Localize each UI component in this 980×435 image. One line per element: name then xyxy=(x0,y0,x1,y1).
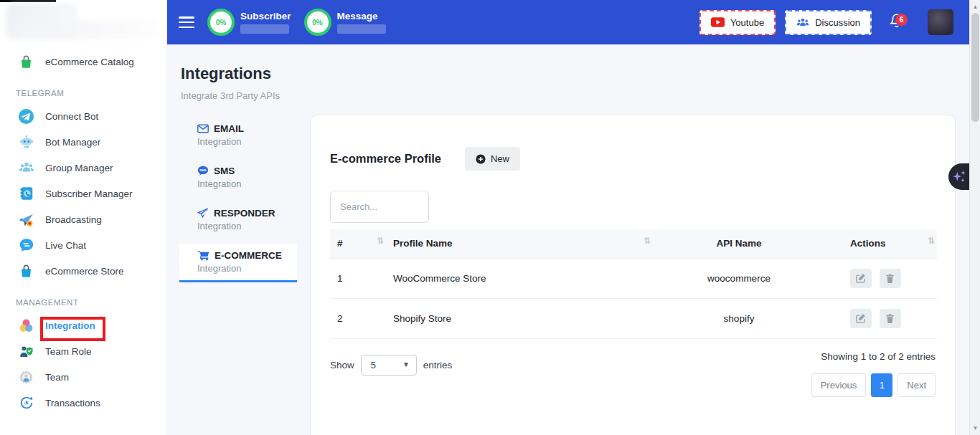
tab-subtitle: Integration xyxy=(197,136,297,147)
trash-icon xyxy=(885,313,895,323)
edit-button[interactable] xyxy=(850,309,872,328)
scrollbar[interactable]: ▲ ▼ xyxy=(969,0,980,435)
hamburger-menu-icon[interactable] xyxy=(179,16,194,28)
cell-index: 1 xyxy=(330,258,386,298)
delete-button[interactable] xyxy=(880,309,901,328)
trash-icon xyxy=(885,273,895,283)
sidebar-item-label: Bot Manager xyxy=(45,137,100,148)
scrollbar-thumb[interactable] xyxy=(971,13,979,122)
column-header-index[interactable]: # ⇅ xyxy=(330,229,386,258)
sort-icon[interactable]: ⇅ xyxy=(644,236,651,246)
sms-bubble-icon: SMS xyxy=(197,166,209,176)
telegram-icon xyxy=(18,108,34,125)
scroll-up-arrow[interactable]: ▲ xyxy=(970,1,980,12)
sidebar-item-team-role[interactable]: Team Role xyxy=(0,338,166,364)
ai-assistant-button[interactable] xyxy=(948,163,969,190)
cell-profile-name: WooCommerce Store xyxy=(386,258,653,298)
page-size-select[interactable]: 5 ▼ xyxy=(361,355,417,376)
tab-subtitle: Integration xyxy=(197,263,297,274)
sidebar-item-label: Subscriber Manager xyxy=(45,188,133,199)
sidebar-item-ecommerce-catalog[interactable]: eCommerce Catalog xyxy=(0,49,166,75)
column-header-api-name[interactable]: API Name xyxy=(653,229,825,258)
column-header-actions[interactable]: Actions ⇅ xyxy=(825,229,937,258)
ecommerce-profile-card: E-commerce Profile New # ⇅ xyxy=(310,115,956,435)
sidebar-item-label: Team xyxy=(45,372,69,383)
table-info-text: Showing 1 to 2 of 2 entries xyxy=(821,351,936,362)
edit-pencil-icon xyxy=(856,273,866,283)
page-subtitle: Integrate 3rd Party APIs xyxy=(181,90,280,101)
tab-subtitle: Integration xyxy=(197,178,297,189)
search-input[interactable] xyxy=(330,191,429,223)
shield-person-icon xyxy=(18,343,34,360)
integration-circles-icon xyxy=(18,317,34,334)
sidebar-item-team[interactable]: Team xyxy=(0,364,166,390)
discussion-button-label: Discussion xyxy=(815,17,860,28)
tab-title: RESPONDER xyxy=(214,208,275,219)
svg-text:SMS: SMS xyxy=(199,168,206,172)
sort-icon[interactable]: ⇅ xyxy=(377,236,384,246)
tab-responder-integration[interactable]: RESPONDER Integration xyxy=(179,202,297,238)
sidebar-item-transactions[interactable]: Transactions xyxy=(0,390,166,416)
new-profile-button[interactable]: New xyxy=(465,147,520,171)
tab-ecommerce-integration[interactable]: E-COMMERCE Integration xyxy=(179,244,297,282)
sidebar-item-connect-bot[interactable]: Connect Bot xyxy=(0,103,166,129)
sidebar-item-label: eCommerce Store xyxy=(45,266,124,277)
edit-button[interactable] xyxy=(850,269,872,288)
integration-subnav: EMAIL Integration SMS SMS Integration xyxy=(179,118,297,289)
sidebar-item-bot-manager[interactable]: Bot Manager xyxy=(0,129,166,155)
new-button-label: New xyxy=(491,153,509,164)
logo-blur xyxy=(0,0,166,44)
sidebar-item-live-chat[interactable]: Live Chat xyxy=(0,232,166,258)
sidebar-item-integration[interactable]: Integration xyxy=(0,312,166,338)
message-stat: 0% Message xyxy=(304,9,386,36)
delete-button[interactable] xyxy=(880,269,901,288)
panel-title: E-commerce Profile xyxy=(330,152,441,166)
message-stat-label: Message xyxy=(337,11,386,21)
sidebar-item-group-manager[interactable]: Group Manager xyxy=(0,155,166,181)
sidebar-item-label: Group Manager xyxy=(45,163,113,173)
page-1-button[interactable]: 1 xyxy=(871,373,892,397)
entries-label: entries xyxy=(423,360,453,371)
page-size-value: 5 xyxy=(371,360,376,371)
sidebar-item-broadcasting[interactable]: Broadcasting xyxy=(0,206,166,232)
youtube-button-label: Youtube xyxy=(730,17,764,28)
table-row: 2 Shopify Store shopify xyxy=(330,298,937,338)
youtube-button[interactable]: Youtube xyxy=(699,10,776,35)
sidebar-item-subscriber-manager[interactable]: Subscriber Manager xyxy=(0,181,166,206)
sidebar-item-label-active: Integration xyxy=(45,320,95,331)
envelope-icon xyxy=(197,124,209,133)
cell-api-name: woocommerce xyxy=(653,258,825,298)
sidebar-item-label: Broadcasting xyxy=(45,214,102,225)
sidebar-section-telegram: TELEGRAM xyxy=(0,75,166,103)
profiles-table: # ⇅ Profile Name ⇅ API Name Actions ⇅ xyxy=(330,229,937,339)
next-page-button[interactable]: Next xyxy=(897,373,936,397)
table-header-row: # ⇅ Profile Name ⇅ API Name Actions ⇅ xyxy=(330,229,937,258)
tab-sms-integration[interactable]: SMS SMS Integration xyxy=(179,160,297,196)
broadcast-icon xyxy=(18,211,34,228)
users-icon xyxy=(796,17,809,27)
notifications-button[interactable]: 6 xyxy=(889,12,905,32)
table-row: 1 WooCommerce Store woocommerce xyxy=(330,258,937,298)
main-content: Integrations Integrate 3rd Party APIs EM… xyxy=(167,44,969,435)
show-label: Show xyxy=(330,360,354,371)
cell-actions xyxy=(825,298,937,338)
column-header-profile-name[interactable]: Profile Name ⇅ xyxy=(386,229,653,258)
tab-email-integration[interactable]: EMAIL Integration xyxy=(179,118,297,153)
previous-page-button[interactable]: Previous xyxy=(811,373,867,397)
sort-icon[interactable]: ⇅ xyxy=(928,236,935,246)
sidebar-item-ecommerce-store[interactable]: eCommerce Store xyxy=(0,258,166,284)
scroll-down-arrow[interactable]: ▼ xyxy=(970,423,980,434)
history-clock-icon xyxy=(18,395,34,411)
message-progress-ring: 0% xyxy=(304,9,331,36)
edit-pencil-icon xyxy=(856,313,866,323)
avatar[interactable] xyxy=(928,9,953,35)
logo-topline xyxy=(0,0,56,2)
sidebar-item-label: Connect Bot xyxy=(45,111,98,122)
sidebar-section-management: MANAGEMENT xyxy=(0,284,166,312)
sidebar-item-label: Transactions xyxy=(45,398,100,408)
subscriber-stat-value-blur xyxy=(240,24,289,34)
tab-title: SMS xyxy=(214,166,235,176)
discussion-button[interactable]: Discussion xyxy=(785,10,872,35)
cart-icon xyxy=(197,250,209,261)
sidebar: eCommerce Catalog TELEGRAM Connect Bot B… xyxy=(0,0,167,435)
